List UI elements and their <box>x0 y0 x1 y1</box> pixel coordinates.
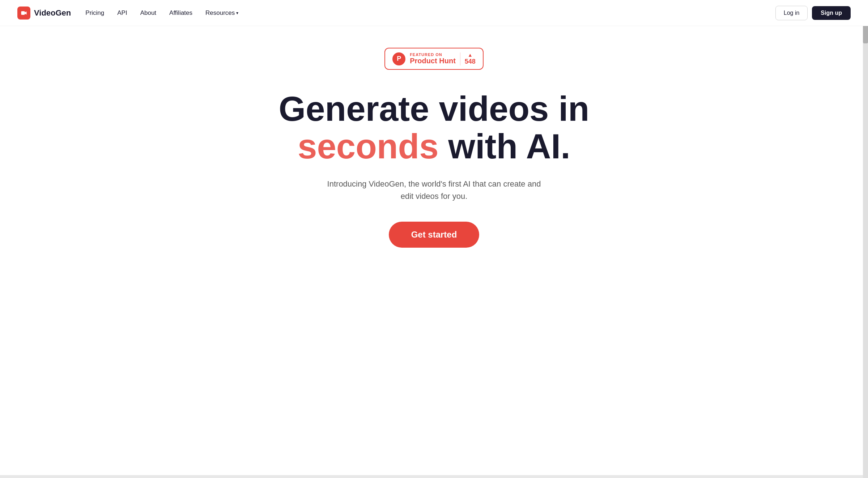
nav-left: VideoGen Pricing API About Affiliates Re… <box>17 7 238 20</box>
nav-link-resources[interactable]: Resources ▾ <box>205 9 238 17</box>
featured-label: FEATURED ON <box>410 52 442 57</box>
headline-line1: Generate videos in <box>279 89 590 128</box>
nav-item-pricing[interactable]: Pricing <box>85 9 104 17</box>
vote-count-area: ▲ 548 <box>465 52 476 65</box>
nav-link-about[interactable]: About <box>140 9 156 16</box>
nav-right: Log in Sign up <box>775 6 851 20</box>
headline-highlight: seconds <box>298 127 438 166</box>
logo-icon <box>17 7 30 20</box>
nav-item-api[interactable]: API <box>117 9 127 17</box>
video-camera-icon <box>20 9 27 17</box>
hero-headline: Generate videos in seconds with AI. <box>279 90 590 165</box>
nav-item-affiliates[interactable]: Affiliates <box>169 9 192 17</box>
nav-link-pricing[interactable]: Pricing <box>85 9 104 16</box>
vote-count: 548 <box>465 58 476 65</box>
product-hunt-badge[interactable]: P FEATURED ON Product Hunt ▲ 548 <box>384 48 484 70</box>
upvote-arrow-icon: ▲ <box>468 52 473 58</box>
scrollbar[interactable] <box>863 0 868 277</box>
hero-section: P FEATURED ON Product Hunt ▲ 548 Generat… <box>0 26 868 277</box>
badge-divider <box>460 52 460 65</box>
headline-line2: with AI. <box>448 127 570 166</box>
nav-link-affiliates[interactable]: Affiliates <box>169 9 192 16</box>
chevron-down-icon: ▾ <box>236 10 238 16</box>
nav-links: Pricing API About Affiliates Resources ▾ <box>85 9 238 17</box>
navbar: VideoGen Pricing API About Affiliates Re… <box>0 0 868 26</box>
product-hunt-icon: P <box>392 52 405 65</box>
get-started-button[interactable]: Get started <box>389 222 480 248</box>
logo-text: VideoGen <box>34 8 71 18</box>
product-hunt-text: FEATURED ON Product Hunt <box>410 52 456 65</box>
login-button[interactable]: Log in <box>775 6 808 20</box>
hero-subtext: Introducing VideoGen, the world's first … <box>322 178 546 202</box>
nav-item-resources[interactable]: Resources ▾ <box>205 9 238 17</box>
nav-link-api[interactable]: API <box>117 9 127 16</box>
nav-item-about[interactable]: About <box>140 9 156 17</box>
logo-link[interactable]: VideoGen <box>17 7 71 20</box>
product-hunt-name: Product Hunt <box>410 57 456 65</box>
signup-button[interactable]: Sign up <box>812 6 851 20</box>
